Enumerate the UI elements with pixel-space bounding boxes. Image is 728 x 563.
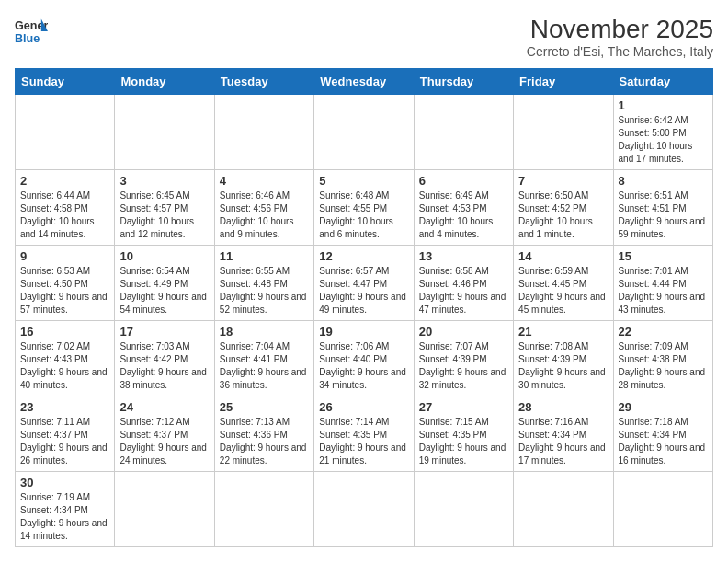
- day-number: 7: [518, 174, 608, 188]
- calendar-cell: 16Sunrise: 7:02 AM Sunset: 4:43 PM Dayli…: [16, 321, 115, 396]
- day-number: 9: [20, 249, 109, 263]
- calendar-subtitle: Cerreto d'Esi, The Marches, Italy: [527, 44, 713, 59]
- day-info: Sunrise: 7:02 AM Sunset: 4:43 PM Dayligh…: [20, 340, 109, 392]
- day-number: 11: [220, 249, 309, 263]
- day-number: 22: [619, 325, 708, 339]
- calendar-cell: 7Sunrise: 6:50 AM Sunset: 4:52 PM Daylig…: [514, 170, 613, 246]
- day-info: Sunrise: 7:01 AM Sunset: 4:44 PM Dayligh…: [619, 265, 708, 316]
- calendar-cell: [214, 95, 313, 170]
- day-info: Sunrise: 6:48 AM Sunset: 4:55 PM Dayligh…: [319, 190, 408, 241]
- day-number: 3: [119, 174, 209, 188]
- calendar-cell: 22Sunrise: 7:09 AM Sunset: 4:38 PM Dayli…: [613, 321, 712, 396]
- day-number: 16: [20, 325, 109, 339]
- calendar-week-row: 2Sunrise: 6:44 AM Sunset: 4:58 PM Daylig…: [16, 170, 713, 246]
- calendar-cell: 29Sunrise: 7:18 AM Sunset: 4:34 PM Dayli…: [613, 396, 712, 472]
- calendar-cell: 24Sunrise: 7:12 AM Sunset: 4:37 PM Dayli…: [115, 396, 214, 472]
- calendar-cell: 26Sunrise: 7:14 AM Sunset: 4:35 PM Dayli…: [314, 396, 414, 472]
- day-info: Sunrise: 6:42 AM Sunset: 5:00 PM Dayligh…: [619, 114, 708, 166]
- day-number: 2: [20, 174, 109, 188]
- calendar-header-row: SundayMondayTuesdayWednesdayThursdayFrid…: [16, 69, 713, 95]
- calendar-cell: [314, 472, 414, 547]
- day-number: 25: [220, 400, 309, 414]
- svg-text:Blue: Blue: [15, 32, 40, 45]
- calendar-cell: 15Sunrise: 7:01 AM Sunset: 4:44 PM Dayli…: [613, 246, 712, 321]
- calendar-cell: 6Sunrise: 6:49 AM Sunset: 4:53 PM Daylig…: [414, 170, 513, 246]
- day-info: Sunrise: 7:06 AM Sunset: 4:40 PM Dayligh…: [319, 340, 408, 392]
- calendar-cell: 27Sunrise: 7:15 AM Sunset: 4:35 PM Dayli…: [414, 396, 513, 472]
- day-info: Sunrise: 7:16 AM Sunset: 4:34 PM Dayligh…: [518, 416, 608, 467]
- calendar-cell: 25Sunrise: 7:13 AM Sunset: 4:36 PM Dayli…: [214, 396, 313, 472]
- day-of-week-header: Thursday: [414, 69, 513, 95]
- day-info: Sunrise: 7:12 AM Sunset: 4:37 PM Dayligh…: [119, 416, 209, 467]
- calendar-week-row: 9Sunrise: 6:53 AM Sunset: 4:50 PM Daylig…: [16, 246, 713, 321]
- day-number: 13: [419, 249, 508, 263]
- day-number: 21: [518, 325, 608, 339]
- day-number: 15: [619, 249, 708, 263]
- calendar-cell: 8Sunrise: 6:51 AM Sunset: 4:51 PM Daylig…: [613, 170, 712, 246]
- day-number: 8: [619, 174, 708, 188]
- calendar-cell: 17Sunrise: 7:03 AM Sunset: 4:42 PM Dayli…: [115, 321, 214, 396]
- calendar-cell: [514, 472, 613, 547]
- day-number: 14: [518, 249, 608, 263]
- day-info: Sunrise: 7:18 AM Sunset: 4:34 PM Dayligh…: [619, 416, 708, 467]
- day-info: Sunrise: 7:11 AM Sunset: 4:37 PM Dayligh…: [20, 416, 109, 467]
- calendar-cell: 10Sunrise: 6:54 AM Sunset: 4:49 PM Dayli…: [115, 246, 214, 321]
- calendar-week-row: 16Sunrise: 7:02 AM Sunset: 4:43 PM Dayli…: [16, 321, 713, 396]
- calendar-cell: 28Sunrise: 7:16 AM Sunset: 4:34 PM Dayli…: [514, 396, 613, 472]
- logo: General Blue: [15, 15, 48, 48]
- calendar-week-row: 23Sunrise: 7:11 AM Sunset: 4:37 PM Dayli…: [16, 396, 713, 472]
- day-info: Sunrise: 7:13 AM Sunset: 4:36 PM Dayligh…: [220, 416, 309, 467]
- day-info: Sunrise: 6:44 AM Sunset: 4:58 PM Dayligh…: [20, 190, 109, 241]
- day-info: Sunrise: 7:15 AM Sunset: 4:35 PM Dayligh…: [419, 416, 508, 467]
- calendar-cell: 21Sunrise: 7:08 AM Sunset: 4:39 PM Dayli…: [514, 321, 613, 396]
- day-number: 10: [119, 249, 209, 263]
- day-info: Sunrise: 6:51 AM Sunset: 4:51 PM Dayligh…: [619, 190, 708, 241]
- day-info: Sunrise: 6:55 AM Sunset: 4:48 PM Dayligh…: [220, 265, 309, 316]
- day-number: 23: [20, 400, 109, 414]
- calendar-cell: 20Sunrise: 7:07 AM Sunset: 4:39 PM Dayli…: [414, 321, 513, 396]
- calendar-cell: [115, 95, 214, 170]
- day-number: 27: [419, 400, 508, 414]
- calendar-cell: [414, 472, 513, 547]
- day-info: Sunrise: 7:09 AM Sunset: 4:38 PM Dayligh…: [619, 340, 708, 392]
- day-info: Sunrise: 6:45 AM Sunset: 4:57 PM Dayligh…: [119, 190, 209, 241]
- calendar-cell: 5Sunrise: 6:48 AM Sunset: 4:55 PM Daylig…: [314, 170, 414, 246]
- day-of-week-header: Saturday: [613, 69, 712, 95]
- calendar-title: November 2025: [527, 15, 713, 44]
- day-of-week-header: Wednesday: [314, 69, 414, 95]
- page-header: General Blue November 2025 Cerreto d'Esi…: [15, 15, 713, 59]
- calendar-cell: 18Sunrise: 7:04 AM Sunset: 4:41 PM Dayli…: [214, 321, 313, 396]
- day-info: Sunrise: 7:07 AM Sunset: 4:39 PM Dayligh…: [419, 340, 508, 392]
- calendar-cell: 1Sunrise: 6:42 AM Sunset: 5:00 PM Daylig…: [613, 95, 712, 170]
- day-info: Sunrise: 7:08 AM Sunset: 4:39 PM Dayligh…: [518, 340, 608, 392]
- calendar-cell: 13Sunrise: 6:58 AM Sunset: 4:46 PM Dayli…: [414, 246, 513, 321]
- calendar-cell: 11Sunrise: 6:55 AM Sunset: 4:48 PM Dayli…: [214, 246, 313, 321]
- day-number: 29: [619, 400, 708, 414]
- calendar-cell: 3Sunrise: 6:45 AM Sunset: 4:57 PM Daylig…: [115, 170, 214, 246]
- day-number: 5: [319, 174, 408, 188]
- title-block: November 2025 Cerreto d'Esi, The Marches…: [527, 15, 713, 59]
- calendar-week-row: 30Sunrise: 7:19 AM Sunset: 4:34 PM Dayli…: [16, 472, 713, 547]
- day-info: Sunrise: 6:46 AM Sunset: 4:56 PM Dayligh…: [220, 190, 309, 241]
- day-number: 20: [419, 325, 508, 339]
- logo-icon: General Blue: [15, 15, 48, 48]
- calendar-cell: 2Sunrise: 6:44 AM Sunset: 4:58 PM Daylig…: [16, 170, 115, 246]
- day-info: Sunrise: 7:03 AM Sunset: 4:42 PM Dayligh…: [119, 340, 209, 392]
- day-info: Sunrise: 6:49 AM Sunset: 4:53 PM Dayligh…: [419, 190, 508, 241]
- day-info: Sunrise: 6:57 AM Sunset: 4:47 PM Dayligh…: [319, 265, 408, 316]
- day-of-week-header: Friday: [514, 69, 613, 95]
- calendar-cell: 23Sunrise: 7:11 AM Sunset: 4:37 PM Dayli…: [16, 396, 115, 472]
- day-number: 17: [119, 325, 209, 339]
- day-info: Sunrise: 7:19 AM Sunset: 4:34 PM Dayligh…: [20, 491, 109, 543]
- calendar-table: SundayMondayTuesdayWednesdayThursdayFrid…: [15, 68, 713, 547]
- calendar-cell: 12Sunrise: 6:57 AM Sunset: 4:47 PM Dayli…: [314, 246, 414, 321]
- day-of-week-header: Monday: [115, 69, 214, 95]
- day-of-week-header: Tuesday: [214, 69, 313, 95]
- day-info: Sunrise: 6:50 AM Sunset: 4:52 PM Dayligh…: [518, 190, 608, 241]
- day-info: Sunrise: 7:14 AM Sunset: 4:35 PM Dayligh…: [319, 416, 408, 467]
- day-number: 19: [319, 325, 408, 339]
- calendar-cell: [314, 95, 414, 170]
- calendar-week-row: 1Sunrise: 6:42 AM Sunset: 5:00 PM Daylig…: [16, 95, 713, 170]
- day-info: Sunrise: 6:53 AM Sunset: 4:50 PM Dayligh…: [20, 265, 109, 316]
- day-number: 28: [518, 400, 608, 414]
